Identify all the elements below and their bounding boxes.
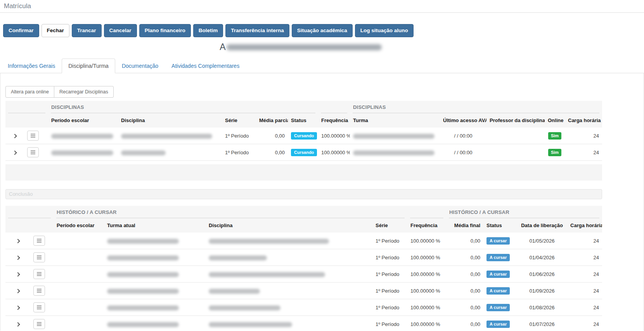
status-badge: A cursar — [486, 287, 510, 295]
cell-periodo-escolar — [54, 233, 104, 249]
column-header-periodo-escolar[interactable]: Período escolar — [48, 113, 118, 128]
redacted-turma-atual — [107, 322, 179, 327]
column-header-professor-da-disciplina[interactable]: Professor da disciplina — [486, 113, 545, 128]
column-header-disciplina[interactable]: Disciplina — [206, 218, 372, 233]
expand-row-icon[interactable] — [16, 239, 20, 243]
recarregar-disciplinas-button[interactable]: Recarregar Disciplinas — [54, 86, 114, 98]
situacao-academica-button[interactable]: Situação acadêmica — [292, 24, 353, 37]
row-menu-button[interactable] — [27, 147, 39, 157]
row-menu-button[interactable] — [33, 252, 45, 262]
column-header-media-parcial[interactable]: Média parcial — [256, 113, 288, 128]
status-badge: A cursar — [486, 321, 510, 328]
row-menu-button[interactable] — [33, 302, 45, 312]
cell-carga-horaria: 24 — [567, 266, 602, 283]
cancelar-button[interactable]: Cancelar — [104, 24, 137, 37]
altera-para-online-button[interactable]: Altera para online — [5, 86, 54, 98]
cell-ultimo-acesso-ava: / / 00:00 — [440, 144, 486, 161]
disciplina-row: 1º Período0,00Cursando100.00000 %/ / 00:… — [5, 128, 602, 144]
column-header-frequencia[interactable]: Frequência — [318, 113, 350, 128]
column-header-carga-horaria[interactable]: Carga horária — [565, 113, 602, 128]
student-name: A — [0, 42, 644, 53]
redacted-periodo-escolar — [51, 150, 113, 155]
column-header-serie[interactable]: Série — [372, 218, 407, 233]
historico-row: 1º Período100.00000 %0,00A cursar01/04/2… — [5, 249, 602, 266]
cell-frequencia: 100.00000 % — [407, 249, 446, 266]
column-header-turma[interactable]: Turma — [350, 113, 440, 128]
redacted-turma-atual — [107, 255, 179, 260]
column-header-disciplina[interactable]: Disciplina — [118, 113, 222, 128]
redacted-turma — [353, 134, 435, 139]
toolbar: ConfirmarFecharTrancarCancelarPlano fina… — [0, 13, 644, 37]
cell-frequencia: 100.00000 % — [318, 128, 350, 144]
hamburger-icon — [31, 150, 35, 154]
cell-professor — [486, 128, 545, 144]
redacted-disciplina — [209, 255, 267, 260]
redacted-disciplina — [209, 322, 292, 327]
cell-periodo-escolar — [54, 299, 104, 316]
cell-media-parcial: 0,00 — [256, 128, 288, 144]
column-header-serie[interactable]: Série — [222, 113, 256, 128]
cell-media-final: 0,00 — [446, 283, 483, 299]
tab-bar: Informações GeraisDisciplina/TurmaDocume… — [0, 59, 644, 73]
row-menu-button[interactable] — [27, 131, 39, 141]
historico-group-header-row: HISTÓRICO / A CURSAR HISTÓRICO / A CURSA… — [5, 206, 602, 218]
column-header-periodo-escolar[interactable]: Período escolar — [54, 218, 104, 233]
redacted-disciplina — [209, 239, 329, 244]
historico-row: 1º Período100.00000 %0,00A cursar01/06/2… — [5, 266, 602, 283]
status-badge: A cursar — [486, 304, 510, 311]
expand-row-icon[interactable] — [16, 272, 20, 276]
tab-content-disciplina-turma: Altera para online Recarregar Disciplina… — [0, 73, 644, 331]
column-header-frequencia[interactable]: Frequência — [407, 218, 446, 233]
fechar-button[interactable]: Fechar — [42, 24, 69, 37]
cell-professor — [486, 144, 545, 161]
trancar-button[interactable]: Trancar — [72, 24, 102, 37]
column-header-turma-atual[interactable]: Turma atual — [104, 218, 206, 233]
expand-row-icon[interactable] — [12, 150, 17, 155]
column-header-status[interactable]: Status — [483, 218, 517, 233]
boletim-button[interactable]: Boletim — [193, 24, 223, 37]
log-situacao-aluno-button[interactable]: Log situação aluno — [355, 24, 414, 37]
cell-carga-horaria: 24 — [567, 316, 602, 331]
historico-row: 1º Período100.00000 %0,00A cursar01/05/2… — [5, 233, 602, 249]
column-header-media-final[interactable]: Média final — [446, 218, 483, 233]
row-menu-button[interactable] — [33, 286, 45, 296]
disciplinas-footer-band — [5, 164, 602, 181]
expand-row-icon[interactable] — [16, 305, 20, 310]
column-header-online[interactable]: Online — [545, 113, 565, 128]
redacted-turma-atual — [107, 289, 179, 294]
column-header-ultimo-acesso-ava[interactable]: Último acesso AVA — [440, 113, 486, 128]
cell-periodo-escolar — [54, 249, 104, 266]
expand-row-icon[interactable] — [12, 134, 17, 138]
expand-row-icon[interactable] — [16, 322, 20, 326]
cell-serie: 1º Período — [222, 128, 256, 144]
cell-ultimo-acesso-ava: / / 00:00 — [440, 128, 486, 144]
cell-media-final: 0,00 — [446, 316, 483, 331]
expand-row-icon[interactable] — [16, 255, 20, 260]
expand-row-icon[interactable] — [16, 289, 20, 293]
row-menu-button[interactable] — [33, 269, 45, 279]
plano-financeiro-button[interactable]: Plano financeiro — [139, 24, 191, 37]
confirmar-button[interactable]: Confirmar — [3, 24, 39, 37]
online-badge: Sim — [548, 149, 561, 156]
disciplinas-group-header-row: DISCIPLINAS DISCIPLINAS — [5, 101, 602, 113]
row-menu-button[interactable] — [33, 319, 45, 329]
page-title: Matrícula — [0, 0, 644, 13]
column-header-status[interactable]: Status — [288, 113, 318, 128]
column-header-data-de-liberacao[interactable]: Data de liberação — [517, 218, 567, 233]
cell-media-final: 0,00 — [446, 233, 483, 249]
column-header-carga-horaria[interactable]: Carga horária — [567, 218, 602, 233]
transferencia-interna-button[interactable]: Transferência interna — [225, 24, 289, 37]
row-menu-button[interactable] — [33, 236, 45, 246]
tab-atividades-complementares[interactable]: Atividades Complementares — [165, 59, 246, 73]
cell-serie: 1º Período — [372, 283, 407, 299]
cell-frequencia: 100.00000 % — [407, 283, 446, 299]
cell-media-final: 0,00 — [446, 299, 483, 316]
hamburger-icon — [37, 239, 42, 243]
tab-informacoes-gerais[interactable]: Informações Gerais — [1, 59, 62, 73]
cell-serie: 1º Período — [372, 316, 407, 331]
tab-disciplina-turma[interactable]: Disciplina/Turma — [62, 59, 115, 73]
conclusao-section-bar[interactable]: Conclusão — [5, 189, 602, 199]
status-badge: A cursar — [486, 254, 510, 261]
tab-documentacao[interactable]: Documentação — [115, 59, 165, 73]
redacted-disciplina — [209, 289, 260, 294]
